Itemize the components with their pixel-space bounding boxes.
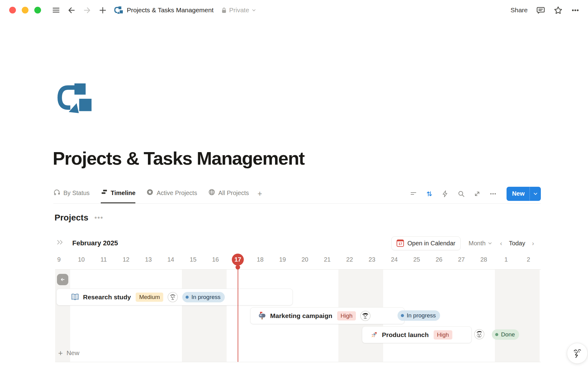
item-title: Marketing campaign — [270, 312, 332, 320]
view-options-icon[interactable] — [489, 190, 497, 197]
timeline-bar-marketing-campaign[interactable]: Marketing campaignHigh — [250, 307, 405, 324]
status-pill: In progress — [398, 310, 440, 321]
status-cycle-icon — [53, 189, 60, 197]
priority-tag: High — [434, 330, 452, 339]
privacy-label: Private — [229, 6, 249, 14]
database-title: Projects — [55, 213, 89, 223]
date-header-day: 9 — [48, 253, 70, 266]
date-header-day: 15 — [182, 253, 204, 266]
timeline-scale-value: Month — [469, 240, 486, 247]
new-page-icon[interactable] — [99, 6, 107, 14]
calendar-icon: 17 — [397, 240, 404, 247]
next-month-icon[interactable]: › — [532, 240, 534, 247]
more-options-icon[interactable] — [571, 6, 579, 14]
timeline-bars-icon — [101, 189, 108, 197]
star-circle-icon — [146, 189, 153, 197]
filter-icon[interactable] — [410, 190, 417, 197]
automation-bolt-icon[interactable] — [442, 190, 449, 197]
status-label: In progress — [191, 294, 221, 301]
share-button[interactable]: Share — [511, 6, 528, 14]
ai-face-icon — [571, 347, 583, 359]
breadcrumb-page-title: Projects & Tasks Management — [127, 6, 213, 14]
timeline-date-header: 9101112131415161718192021222324252627281… — [55, 253, 541, 266]
chevron-down-icon — [252, 8, 256, 12]
timeline-new-item-button[interactable]: +New — [55, 346, 541, 360]
view-tab-active-projects[interactable]: Active Projects — [146, 184, 197, 203]
date-header-day: 27 — [450, 253, 473, 266]
status-pill: Done — [492, 329, 519, 340]
rocket-icon — [370, 331, 378, 339]
view-tabs-bar: By StatusTimelineActive ProjectsAll Proj… — [53, 184, 541, 204]
notion-ai-button[interactable] — [567, 343, 588, 364]
assignee-avatar — [474, 329, 484, 339]
forward-icon[interactable] — [83, 6, 91, 14]
date-header-day: 1 — [495, 253, 517, 266]
new-entry-dropdown-icon[interactable] — [530, 191, 541, 196]
timeline-bar-product-launch[interactable]: Product launchHigh — [362, 326, 472, 343]
expand-icon[interactable] — [473, 190, 481, 197]
scroll-to-item-button[interactable] — [57, 274, 68, 285]
favorite-star-icon[interactable] — [554, 6, 563, 15]
today-button[interactable]: Today — [509, 240, 525, 247]
new-entry-label: New — [507, 190, 530, 197]
date-header-day: 19 — [271, 253, 294, 266]
status-dot-icon — [401, 314, 404, 317]
status-label: Done — [501, 331, 515, 338]
privacy-dropdown[interactable]: Private — [221, 6, 256, 14]
window-titlebar: Projects & Tasks Management Private Shar… — [0, 0, 588, 20]
date-header-day: 16 — [204, 253, 227, 266]
page-title[interactable]: Projects & Tasks Management — [53, 148, 304, 169]
date-header-day: 20 — [294, 253, 316, 266]
mailbox-icon — [258, 312, 266, 320]
database-options-icon[interactable]: ••• — [95, 214, 104, 222]
date-header-day: 11 — [92, 253, 115, 266]
timeline-view: February 2025 17 Open in Calendar Month … — [55, 235, 541, 362]
close-window-button[interactable] — [9, 7, 16, 13]
date-header-day: 21 — [316, 253, 338, 266]
today-marker-dot — [236, 265, 240, 270]
date-header-day: 23 — [361, 253, 383, 266]
chevron-down-icon — [488, 241, 492, 245]
date-header-day: 25 — [405, 253, 428, 266]
page-logo-mini — [114, 6, 123, 14]
open-in-calendar-label: Open in Calendar — [407, 240, 455, 247]
prev-month-icon[interactable]: ‹ — [500, 240, 502, 247]
view-tab-by-status[interactable]: By Status — [53, 184, 90, 203]
search-icon[interactable] — [458, 190, 465, 197]
view-tab-label: By Status — [63, 190, 90, 197]
timeline-bar-research-study[interactable]: Research studyMediumIn progress — [56, 289, 293, 305]
status-label: In progress — [407, 312, 436, 319]
date-header-day: 18 — [249, 253, 271, 266]
collapse-chevrons-icon[interactable] — [56, 239, 64, 247]
add-view-icon[interactable]: + — [258, 189, 262, 198]
assignee-avatar — [360, 311, 371, 321]
book-icon — [71, 293, 79, 301]
view-tab-label: Active Projects — [156, 190, 197, 197]
comments-icon[interactable] — [536, 6, 545, 15]
zoom-window-button[interactable] — [34, 7, 41, 13]
minimize-window-button[interactable] — [22, 7, 28, 13]
date-header-day: 22 — [338, 253, 361, 266]
date-header-day: 12 — [115, 253, 137, 266]
date-header-day: 24 — [383, 253, 405, 266]
item-title: Product launch — [382, 331, 429, 339]
arrow-left-icon — [60, 277, 65, 282]
open-in-calendar-button[interactable]: 17 Open in Calendar — [391, 236, 461, 250]
view-tab-timeline[interactable]: Timeline — [101, 184, 136, 203]
sort-icon[interactable] — [426, 190, 433, 197]
sidebar-menu-icon[interactable] — [52, 6, 60, 14]
traffic-lights — [9, 7, 41, 13]
date-header-day: 14 — [160, 253, 182, 266]
priority-tag: Medium — [136, 293, 163, 302]
view-tab-all-projects[interactable]: All Projects — [208, 184, 249, 203]
page-icon[interactable] — [57, 83, 93, 114]
new-entry-button[interactable]: New — [507, 187, 541, 201]
date-header-day: 10 — [70, 253, 92, 266]
timeline-scale-dropdown[interactable]: Month — [469, 240, 492, 247]
date-header-today: 17 — [232, 254, 244, 266]
date-header-day: 13 — [137, 253, 160, 266]
new-item-label: New — [66, 349, 79, 357]
back-icon[interactable] — [67, 6, 76, 14]
date-header-day: 26 — [428, 253, 450, 266]
timeline-month-label: February 2025 — [72, 239, 118, 247]
